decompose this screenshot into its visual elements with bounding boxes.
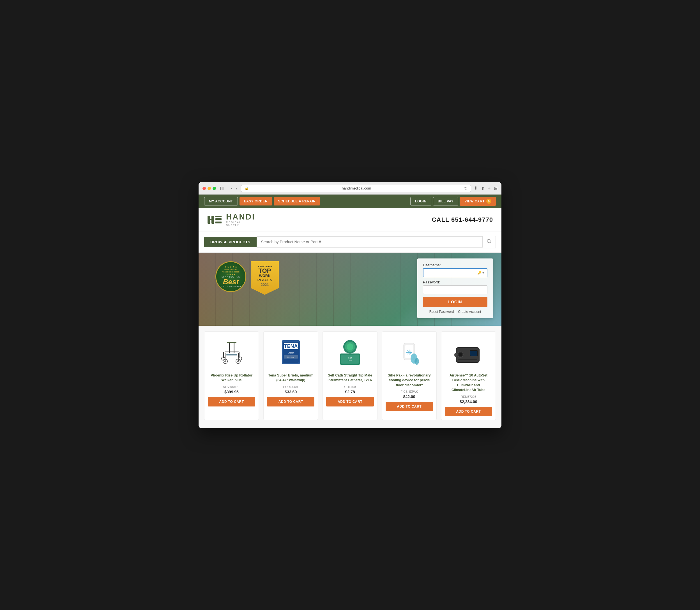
work-places-label: WORKPLACES [257, 274, 272, 282]
logo-area: HANDI MEDICALSUPPLY [207, 213, 255, 226]
svg-rect-8 [216, 221, 222, 222]
best-script-text: Best [223, 278, 239, 285]
cart-count-badge: 0 [486, 199, 491, 204]
top-work-places-badge: ★ StarTribune TOP WORKPLACES 2021 [251, 261, 279, 295]
hero-background: STAR TRIBUNE READERS' CHOICE ★ ★ ★ ★ ★ M… [198, 253, 502, 326]
add-to-cart-button-4[interactable]: ADD TO CART [386, 402, 433, 411]
phone-number: CALL 651-644-9770 [432, 216, 493, 223]
logo-handi: HANDI [226, 213, 255, 221]
svg-rect-52 [470, 351, 477, 356]
svg-point-54 [459, 353, 462, 356]
svg-rect-14 [227, 342, 236, 343]
product-card-5: AirSense™ 10 AutoSet CPAP Machine with H… [441, 331, 496, 420]
add-to-cart-button-3[interactable]: ADD TO CART [326, 397, 373, 406]
create-account-link[interactable]: Create Account [458, 310, 481, 314]
top-label: TOP [258, 268, 271, 274]
product-card-4: S/he Pak - a revolutionary cooling devic… [382, 331, 437, 420]
browser-toolbar-icons: ⬇ ⬆ + ⊞ [474, 186, 497, 191]
username-input-wrapper[interactable]: 🔑 ▾ [423, 268, 488, 277]
svg-rect-5 [216, 216, 222, 217]
svg-point-48 [414, 358, 419, 365]
download-icon[interactable]: ⬇ [474, 186, 478, 191]
sidebar-toggle[interactable] [219, 186, 225, 191]
add-to-cart-button-2[interactable]: ADD TO CART [267, 397, 314, 406]
login-panel: Username: 🔑 ▾ Password: LOGIN Reset Pass… [417, 258, 493, 318]
product-image-cpap [445, 336, 492, 370]
reload-icon[interactable]: ↻ [464, 186, 467, 191]
search-icon [487, 239, 492, 244]
product-sku-1: NOV4801BL [223, 385, 240, 388]
svg-rect-9 [216, 222, 222, 223]
traffic-lights [203, 187, 216, 190]
schedule-repair-button[interactable]: SCHEDULE A REPAIR [274, 197, 320, 206]
logo-text: HANDI MEDICALSUPPLY [226, 213, 255, 226]
username-label: Username: [423, 263, 488, 267]
address-bar[interactable]: 🔒 handimedical.com ↻ [241, 185, 471, 192]
product-image-cooling [386, 336, 433, 370]
nav-controls: ‹ › [230, 186, 238, 191]
password-label: Password: [423, 280, 488, 284]
my-account-button[interactable]: MY ACCOUNT [204, 197, 238, 206]
svg-text:Cath: Cath [348, 360, 352, 362]
password-input[interactable] [423, 285, 488, 294]
svg-rect-7 [216, 219, 222, 220]
product-image-briefs: TENA Super Medium [267, 336, 314, 370]
login-submit-button[interactable]: LOGIN [423, 297, 488, 307]
easy-order-button[interactable]: EASY ORDER [239, 197, 272, 206]
svg-rect-1 [222, 187, 224, 190]
view-cart-label: VIEW CART [464, 199, 484, 203]
minimize-button[interactable] [208, 187, 211, 190]
add-to-cart-button-5[interactable]: ADD TO CART [445, 407, 492, 416]
forward-button[interactable]: › [235, 186, 238, 191]
year-label: 2021 [261, 283, 269, 287]
lock-icon: 🔒 [244, 187, 249, 190]
svg-rect-13 [234, 342, 235, 353]
browser-window: ‹ › 🔒 handimedical.com ↻ ⬇ ⬆ + ⊞ MY ACCO… [198, 182, 502, 428]
svg-rect-12 [229, 342, 230, 353]
product-name-2: Tena Super Briefs, medium (34-47" waist/… [267, 373, 314, 383]
svg-text:Self: Self [348, 357, 352, 359]
back-button[interactable]: ‹ [230, 186, 234, 191]
svg-text:Super: Super [288, 352, 294, 354]
grid-icon[interactable]: ⊞ [494, 186, 497, 191]
top-nav-right: LOGIN BILL PAY VIEW CART 0 [410, 197, 496, 206]
gold-winner-text: 2021 GOLD WINNER [221, 285, 241, 287]
reset-password-link[interactable]: Reset Password [429, 310, 454, 314]
rollator-walker-image [219, 339, 244, 367]
svg-point-19 [224, 360, 226, 362]
svg-rect-15 [225, 352, 239, 352]
add-to-cart-button-1[interactable]: ADD TO CART [208, 397, 255, 406]
bill-pay-button[interactable]: BILL PAY [433, 197, 458, 206]
maximize-button[interactable] [212, 187, 216, 190]
svg-rect-56 [458, 359, 477, 360]
close-button[interactable] [203, 187, 206, 190]
products-grid: Phoenix Rise Up Rollator Walker, blue NO… [204, 331, 496, 420]
product-name-1: Phoenix Rise Up Rollator Walker, blue [208, 373, 255, 383]
divider: | [456, 310, 456, 314]
svg-point-36 [347, 343, 353, 350]
catheter-image: Self Cath [337, 339, 363, 367]
product-price-3: $2.78 [345, 390, 355, 394]
product-sku-3: COL460 [345, 385, 356, 388]
product-card-3: Self Cath Self Cath Straight Tip Male In… [322, 331, 377, 420]
product-name-5: AirSense™ 10 AutoSet CPAP Machine with H… [445, 373, 492, 393]
browse-products-button[interactable]: BROWSE PRODUCTS [204, 237, 257, 247]
product-sku-2: SCO67401 [283, 385, 298, 388]
view-cart-button[interactable]: VIEW CART 0 [460, 197, 496, 206]
top-navigation: MY ACCOUNT EASY ORDER SCHEDULE A REPAIR … [198, 195, 502, 208]
cpap-machine-image [454, 339, 482, 367]
share-icon[interactable]: ⬆ [481, 186, 484, 191]
search-button[interactable] [483, 236, 496, 248]
svg-rect-6 [216, 218, 222, 219]
product-price-4: $42.00 [403, 395, 415, 399]
product-card-1: Phoenix Rise Up Rollator Walker, blue NO… [204, 331, 259, 420]
login-button[interactable]: LOGIN [410, 197, 431, 206]
new-tab-icon[interactable]: + [488, 186, 491, 191]
site-header: HANDI MEDICALSUPPLY CALL 651-644-9770 [198, 208, 502, 232]
star-tribune-readers-choice: STAR TRIBUNE READERS' CHOICE [219, 269, 243, 273]
cooling-device-image [397, 339, 422, 367]
search-input[interactable] [257, 236, 483, 247]
login-links: Reset Password | Create Account [423, 310, 488, 314]
product-image-rollator [208, 336, 255, 370]
svg-point-21 [237, 360, 239, 362]
